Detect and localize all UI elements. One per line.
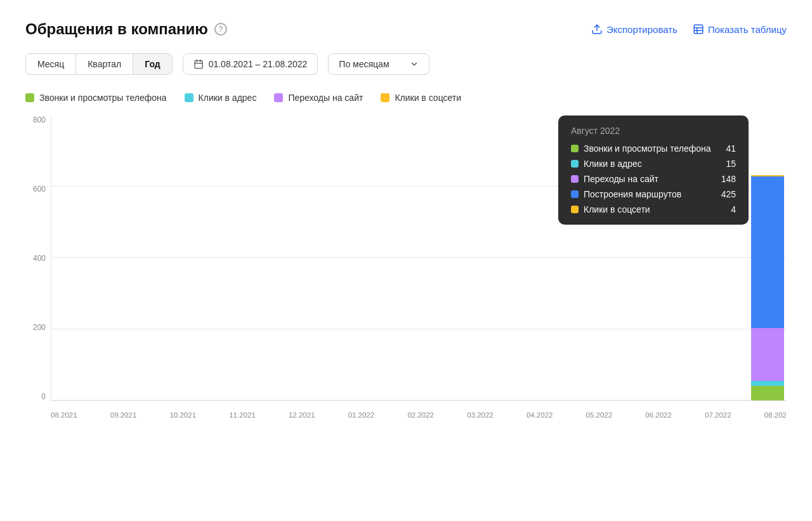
tooltip-label-site: Переходы на сайт <box>571 174 658 184</box>
tooltip-dot-address <box>571 160 579 168</box>
tooltip-row-routes: Построения маршрутов 425 <box>571 189 736 199</box>
tooltip-value-site: 148 <box>721 174 736 184</box>
period-month-button[interactable]: Месяц <box>26 54 76 74</box>
legend-item-social: Клики в соцсети <box>381 93 461 103</box>
tooltip-row-social: Клики в соцсети 4 <box>571 204 736 214</box>
tooltip-label-address: Клики в адрес <box>571 159 642 169</box>
tooltip-label-calls: Звонки и просмотры телефона <box>571 143 711 154</box>
calendar-icon <box>193 59 204 69</box>
period-year-button[interactable]: Год <box>133 54 172 74</box>
help-icon[interactable]: ? <box>214 23 227 36</box>
page-header: Обращения в компанию ? Экспортировать По… <box>25 20 787 38</box>
tooltip-value-social: 4 <box>731 204 736 214</box>
bar-aug-2022 <box>751 115 784 400</box>
x-label-08-2021: 08.2021 <box>51 411 77 419</box>
chart-container: 800 600 400 200 0 08.2021 09.2021 10.202… <box>25 115 787 426</box>
y-label-0: 0 <box>41 392 46 401</box>
y-label-800: 800 <box>33 115 46 124</box>
tooltip-dot-calls <box>571 145 579 152</box>
legend-dot-calls <box>25 93 34 102</box>
x-label-02-2022: 02.2022 <box>407 411 434 419</box>
page-title: Обращения в компанию <box>25 20 208 38</box>
legend-dot-clicks-address <box>185 93 193 102</box>
y-label-400: 400 <box>33 254 46 263</box>
y-axis: 800 600 400 200 0 <box>25 115 51 401</box>
tooltip-dot-routes <box>571 190 579 198</box>
bar-segment-routes <box>751 176 784 327</box>
tooltip-row-address: Клики в адрес 15 <box>571 159 736 169</box>
tooltip-dot-site <box>571 175 579 183</box>
chart-legend: Звонки и просмотры телефона Клики в адре… <box>25 93 787 103</box>
x-label-07-2022: 07.2022 <box>705 411 731 419</box>
export-icon <box>591 23 603 35</box>
tooltip: Август 2022 Звонки и просмотры телефона … <box>558 115 749 225</box>
x-label-08-202: 08.202 <box>764 411 787 419</box>
x-label-01-2022: 01.2022 <box>348 411 375 419</box>
header-actions: Экспортировать Показать таблицу <box>591 23 787 35</box>
chevron-down-icon <box>410 60 419 69</box>
period-quarter-button[interactable]: Квартал <box>76 54 133 74</box>
x-label-10-2021: 10.2021 <box>169 411 196 419</box>
title-area: Обращения в компанию ? <box>25 20 227 38</box>
tooltip-value-calls: 41 <box>726 143 736 154</box>
grouping-select[interactable]: По месяцам <box>328 53 429 75</box>
show-table-button[interactable]: Показать таблицу <box>693 23 787 35</box>
bar-segment-site <box>751 328 784 381</box>
tooltip-label-routes: Построения маршрутов <box>571 189 681 199</box>
x-label-12-2021: 12.2021 <box>289 411 315 419</box>
y-label-600: 600 <box>33 185 46 194</box>
tooltip-dot-social <box>571 206 579 213</box>
legend-item-site: Переходы на сайт <box>274 93 363 103</box>
tooltip-value-address: 15 <box>726 159 736 169</box>
x-label-05-2022: 05.2022 <box>586 411 613 419</box>
date-range-picker[interactable]: 01.08.2021 – 21.08.2022 <box>183 53 318 75</box>
legend-dot-social <box>381 93 390 102</box>
tooltip-label-social: Клики в соцсети <box>571 204 650 214</box>
x-label-09-2021: 09.2021 <box>110 411 137 419</box>
svg-rect-1 <box>694 25 703 34</box>
controls-row: Месяц Квартал Год 01.08.2021 – 21.08.202… <box>25 53 787 75</box>
tooltip-row-site: Переходы на сайт 148 <box>571 174 736 184</box>
tooltip-title: Август 2022 <box>571 126 736 136</box>
legend-item-clicks-address: Клики в адрес <box>185 93 257 103</box>
x-label-11-2021: 11.2021 <box>229 411 256 419</box>
legend-item-calls: Звонки и просмотры телефона <box>25 93 167 103</box>
table-icon <box>693 23 704 35</box>
x-label-06-2022: 06.2022 <box>645 411 672 419</box>
x-label-03-2022: 03.2022 <box>467 411 494 419</box>
period-group: Месяц Квартал Год <box>25 53 173 75</box>
x-axis: 08.2021 09.2021 10.2021 11.2021 12.2021 … <box>51 404 787 426</box>
svg-rect-5 <box>195 61 202 69</box>
tooltip-value-routes: 425 <box>721 189 736 199</box>
x-label-04-2022: 04.2022 <box>527 411 553 419</box>
legend-dot-site <box>274 93 283 102</box>
export-button[interactable]: Экспортировать <box>591 23 678 35</box>
tooltip-row-calls: Звонки и просмотры телефона 41 <box>571 143 736 154</box>
bar-segment-calls <box>751 386 784 400</box>
bar-segment-clicks-address <box>751 381 784 386</box>
y-label-200: 200 <box>33 323 46 332</box>
